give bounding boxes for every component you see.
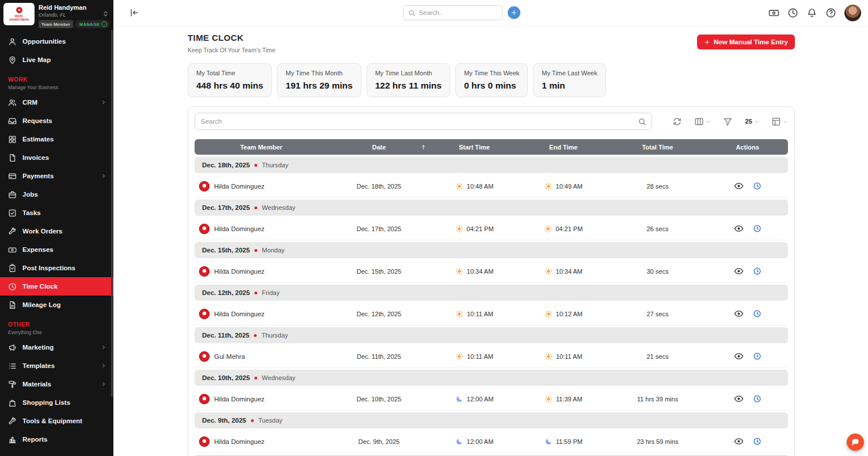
sidebar-item-invoices[interactable]: Invoices bbox=[0, 148, 113, 167]
view-entry-icon[interactable] bbox=[734, 351, 744, 361]
table-header: Team Member Date Start Time End Time Tot… bbox=[195, 139, 788, 155]
stat-value: 1 min bbox=[542, 81, 597, 91]
sort-ascending-icon[interactable] bbox=[420, 144, 427, 150]
member-avatar bbox=[199, 351, 210, 362]
quick-add-button[interactable] bbox=[508, 6, 520, 19]
sidebar-item-payments[interactable]: Payments bbox=[0, 167, 113, 185]
entry-history-icon[interactable] bbox=[753, 437, 762, 446]
sidebar-item-tools-equipment[interactable]: Tools & Equipment bbox=[0, 412, 113, 430]
view-entry-icon[interactable] bbox=[734, 181, 744, 191]
end-time: 11:59 PM bbox=[556, 438, 583, 445]
time-entry-row[interactable]: Gul Mehra Dec. 11th, 2025 10:11 AM 10:11… bbox=[195, 345, 788, 368]
time-entry-row[interactable]: Hilda Dominguez Dec. 10th, 2025 12:00 AM… bbox=[195, 388, 788, 411]
column-header-team-member[interactable]: Team Member bbox=[195, 144, 328, 151]
entry-history-icon[interactable] bbox=[753, 267, 762, 275]
sidebar-item-tasks[interactable]: Tasks bbox=[0, 204, 113, 222]
date-group-header: Dec. 17th, 2025 Wednesday bbox=[195, 200, 788, 216]
entry-history-icon[interactable] bbox=[753, 182, 762, 190]
group-date: Dec. 12th, 2025 bbox=[202, 289, 250, 296]
page-subtitle: Keep Track Of Your Team's Time bbox=[188, 47, 275, 53]
user-avatar[interactable] bbox=[844, 5, 861, 21]
notifications-bell-icon[interactable] bbox=[806, 7, 817, 18]
column-header-date[interactable]: Date bbox=[328, 144, 431, 151]
filter-button[interactable] bbox=[723, 117, 733, 127]
column-header-end-time[interactable]: End Time bbox=[519, 144, 608, 151]
table-search[interactable] bbox=[195, 113, 652, 130]
new-manual-time-entry-button[interactable]: New Manual Time Entry bbox=[697, 35, 795, 49]
chevron-right-icon bbox=[101, 363, 106, 369]
view-entry-icon[interactable] bbox=[734, 394, 744, 404]
sidebar-item-templates[interactable]: Templates bbox=[0, 357, 113, 375]
sidebar: REID HANDYMAN Reid Handyman Orlando, FL … bbox=[0, 0, 113, 456]
column-header-start-time[interactable]: Start Time bbox=[430, 144, 519, 151]
sidebar-item-work-orders[interactable]: Work Orders bbox=[0, 222, 113, 240]
export-button[interactable] bbox=[771, 117, 788, 127]
refresh-button[interactable] bbox=[672, 117, 682, 127]
sidebar-item-label: Shopping Lists bbox=[22, 399, 70, 406]
entry-history-icon[interactable] bbox=[753, 309, 762, 318]
sidebar-section-title: OTHER bbox=[0, 314, 113, 328]
sidebar-item-estimates[interactable]: Estimates bbox=[0, 130, 113, 148]
sidebar-item-post-inspections[interactable]: Post Inspections bbox=[0, 259, 113, 277]
bag-icon bbox=[8, 398, 17, 407]
stat-value: 191 hrs 29 mins bbox=[285, 81, 352, 91]
view-entry-icon[interactable] bbox=[734, 224, 744, 233]
total-time: 26 secs bbox=[608, 225, 707, 232]
sidebar-item-materials[interactable]: Materials bbox=[0, 375, 113, 393]
view-entry-icon[interactable] bbox=[734, 436, 744, 446]
company-header[interactable]: REID HANDYMAN Reid Handyman Orlando, FL … bbox=[0, 0, 113, 30]
sidebar-item-mileage-log[interactable]: Mileage Log bbox=[0, 296, 113, 314]
column-header-actions[interactable]: Actions bbox=[707, 144, 788, 151]
view-entry-icon[interactable] bbox=[734, 309, 744, 319]
sidebar-item-time-clock[interactable]: Time Clock bbox=[0, 277, 113, 296]
company-switcher-icon[interactable] bbox=[102, 9, 109, 18]
sun-icon bbox=[545, 310, 553, 318]
time-entry-row[interactable]: Hilda Dominguez Dec. 18th, 2025 10:48 AM… bbox=[195, 175, 788, 198]
page-size-select[interactable]: 25 bbox=[745, 118, 759, 125]
start-time: 10:11 AM bbox=[467, 311, 493, 317]
stat-label: My Time Last Month bbox=[375, 70, 441, 76]
collapse-sidebar-icon[interactable] bbox=[129, 7, 139, 18]
date-group-header: Dec. 11th, 2025 Thursday bbox=[195, 327, 788, 343]
chevron-right-icon bbox=[101, 381, 106, 387]
topbar bbox=[113, 0, 868, 26]
entry-history-icon[interactable] bbox=[753, 224, 762, 233]
sidebar-item-jobs[interactable]: Jobs bbox=[0, 185, 113, 204]
recent-activity-icon[interactable] bbox=[787, 7, 798, 18]
columns-button[interactable] bbox=[694, 117, 711, 127]
chevron-right-icon bbox=[101, 344, 106, 350]
sidebar-section-subtitle: Manage Your Business bbox=[0, 83, 113, 93]
entry-history-icon[interactable] bbox=[753, 352, 762, 361]
time-entry-row[interactable]: Hilda Dominguez Dec. 12th, 2025 10:11 AM… bbox=[195, 302, 788, 325]
sidebar-item-reports[interactable]: Reports bbox=[0, 430, 113, 449]
table-search-input[interactable] bbox=[201, 118, 634, 125]
sidebar-item-label: Materials bbox=[22, 381, 51, 388]
wrench-icon bbox=[8, 417, 17, 426]
briefcase-icon bbox=[8, 190, 17, 199]
time-entry-row[interactable]: Hilda Dominguez Dec. 15th, 2025 10:34 AM… bbox=[195, 260, 788, 283]
chat-launcher-button[interactable] bbox=[847, 434, 864, 451]
sidebar-item-shopping-lists[interactable]: Shopping Lists bbox=[0, 393, 113, 412]
view-entry-icon[interactable] bbox=[734, 266, 744, 276]
entry-history-icon[interactable] bbox=[753, 394, 762, 403]
manage-badge[interactable]: MANAGE› bbox=[75, 20, 109, 28]
help-icon[interactable] bbox=[825, 7, 836, 18]
sidebar-item-crm[interactable]: CRM bbox=[0, 93, 113, 112]
sidebar-scrollbar[interactable] bbox=[111, 30, 113, 397]
global-search[interactable] bbox=[403, 5, 502, 20]
entry-date: Dec. 9th, 2025 bbox=[328, 438, 431, 445]
sidebar-item-live-map[interactable]: Live Map bbox=[0, 51, 113, 69]
sidebar-item-marketing[interactable]: Marketing bbox=[0, 338, 113, 357]
entry-date: Dec. 12th, 2025 bbox=[328, 311, 431, 317]
time-entry-row[interactable]: Hilda Dominguez Dec. 9th, 2025 12:00 AM … bbox=[195, 430, 788, 453]
global-search-input[interactable] bbox=[419, 9, 497, 16]
filter-funnel-icon bbox=[723, 117, 733, 127]
group-date: Dec. 11th, 2025 bbox=[202, 332, 249, 339]
sidebar-item-opportunities[interactable]: Opportunities bbox=[0, 32, 113, 51]
sidebar-item-expenses[interactable]: Expenses bbox=[0, 240, 113, 259]
start-time: 12:00 AM bbox=[467, 438, 493, 445]
time-entry-row[interactable]: Hilda Dominguez Dec. 17th, 2025 04:21 PM… bbox=[195, 217, 788, 240]
rewards-icon[interactable] bbox=[768, 7, 779, 18]
sidebar-item-requests[interactable]: Requests bbox=[0, 112, 113, 130]
column-header-total-time[interactable]: Total Time bbox=[608, 144, 707, 151]
